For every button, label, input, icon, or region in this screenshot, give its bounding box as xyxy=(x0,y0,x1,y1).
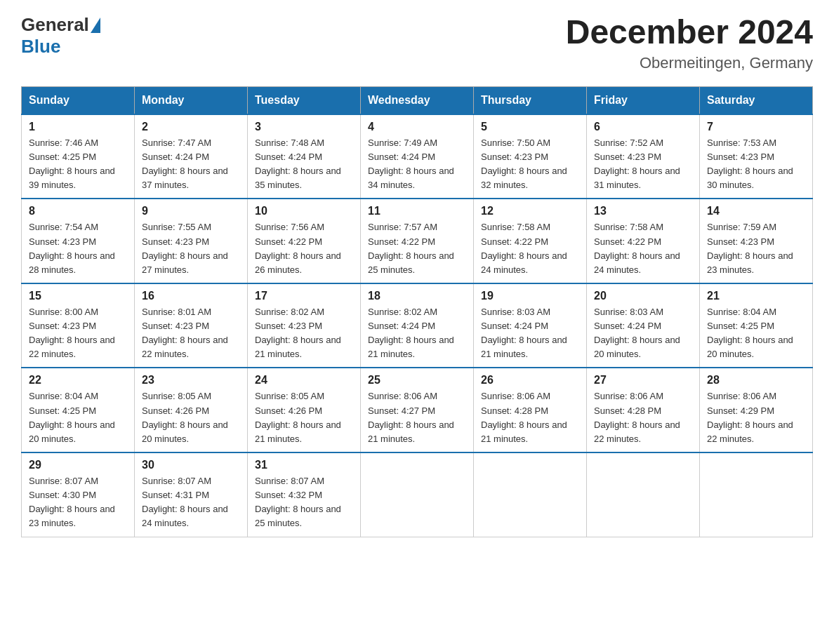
table-row: 14 Sunrise: 7:59 AMSunset: 4:23 PMDaylig… xyxy=(700,199,813,283)
calendar-week-row: 8 Sunrise: 7:54 AMSunset: 4:23 PMDayligh… xyxy=(22,199,813,283)
day-number: 21 xyxy=(707,290,805,302)
table-row: 30 Sunrise: 8:07 AMSunset: 4:31 PMDaylig… xyxy=(135,452,248,537)
day-number: 13 xyxy=(594,205,692,217)
day-number: 25 xyxy=(368,374,466,387)
day-number: 22 xyxy=(29,374,127,387)
day-number: 11 xyxy=(368,205,466,217)
day-number: 14 xyxy=(707,205,805,217)
table-row: 19 Sunrise: 8:03 AMSunset: 4:24 PMDaylig… xyxy=(474,283,587,368)
table-row: 8 Sunrise: 7:54 AMSunset: 4:23 PMDayligh… xyxy=(22,199,135,283)
day-number: 10 xyxy=(255,205,353,217)
day-number: 17 xyxy=(255,290,353,302)
day-info: Sunrise: 7:50 AMSunset: 4:23 PMDaylight:… xyxy=(481,136,579,193)
table-row: 6 Sunrise: 7:52 AMSunset: 4:23 PMDayligh… xyxy=(587,114,700,199)
day-number: 8 xyxy=(29,205,127,217)
table-row xyxy=(587,452,700,537)
header-sunday: Sunday xyxy=(22,86,135,114)
table-row: 4 Sunrise: 7:49 AMSunset: 4:24 PMDayligh… xyxy=(361,114,474,199)
table-row: 10 Sunrise: 7:56 AMSunset: 4:22 PMDaylig… xyxy=(248,199,361,283)
table-row: 27 Sunrise: 8:06 AMSunset: 4:28 PMDaylig… xyxy=(587,368,700,452)
table-row: 24 Sunrise: 8:05 AMSunset: 4:26 PMDaylig… xyxy=(248,368,361,452)
day-number: 26 xyxy=(481,374,579,387)
day-info: Sunrise: 7:55 AMSunset: 4:23 PMDaylight:… xyxy=(142,220,240,277)
day-info: Sunrise: 7:56 AMSunset: 4:22 PMDaylight:… xyxy=(255,220,353,277)
day-info: Sunrise: 7:53 AMSunset: 4:23 PMDaylight:… xyxy=(707,136,805,193)
header-monday: Monday xyxy=(135,86,248,114)
day-number: 28 xyxy=(707,374,805,387)
title-section: December 2024 Obermeitingen, Germany xyxy=(566,14,813,72)
day-info: Sunrise: 8:06 AMSunset: 4:27 PMDaylight:… xyxy=(368,389,466,446)
location-title: Obermeitingen, Germany xyxy=(566,54,813,72)
table-row: 28 Sunrise: 8:06 AMSunset: 4:29 PMDaylig… xyxy=(700,368,813,452)
day-number: 27 xyxy=(594,374,692,387)
table-row: 1 Sunrise: 7:46 AMSunset: 4:25 PMDayligh… xyxy=(22,114,135,199)
day-info: Sunrise: 7:57 AMSunset: 4:22 PMDaylight:… xyxy=(368,220,466,277)
header-saturday: Saturday xyxy=(700,86,813,114)
day-info: Sunrise: 7:59 AMSunset: 4:23 PMDaylight:… xyxy=(707,220,805,277)
day-info: Sunrise: 7:46 AMSunset: 4:25 PMDaylight:… xyxy=(29,136,127,193)
calendar-week-row: 29 Sunrise: 8:07 AMSunset: 4:30 PMDaylig… xyxy=(22,452,813,537)
day-number: 30 xyxy=(142,459,240,471)
day-number: 9 xyxy=(142,205,240,217)
table-row: 3 Sunrise: 7:48 AMSunset: 4:24 PMDayligh… xyxy=(248,114,361,199)
day-info: Sunrise: 8:03 AMSunset: 4:24 PMDaylight:… xyxy=(481,305,579,362)
table-row: 13 Sunrise: 7:58 AMSunset: 4:22 PMDaylig… xyxy=(587,199,700,283)
day-info: Sunrise: 7:47 AMSunset: 4:24 PMDaylight:… xyxy=(142,136,240,193)
day-info: Sunrise: 8:05 AMSunset: 4:26 PMDaylight:… xyxy=(142,389,240,446)
month-title: December 2024 xyxy=(566,14,813,51)
day-info: Sunrise: 7:54 AMSunset: 4:23 PMDaylight:… xyxy=(29,220,127,277)
day-number: 15 xyxy=(29,290,127,302)
day-info: Sunrise: 8:05 AMSunset: 4:26 PMDaylight:… xyxy=(255,389,353,446)
table-row: 17 Sunrise: 8:02 AMSunset: 4:23 PMDaylig… xyxy=(248,283,361,368)
table-row xyxy=(361,452,474,537)
day-info: Sunrise: 7:48 AMSunset: 4:24 PMDaylight:… xyxy=(255,136,353,193)
calendar-header-row: Sunday Monday Tuesday Wednesday Thursday… xyxy=(22,86,813,114)
table-row: 23 Sunrise: 8:05 AMSunset: 4:26 PMDaylig… xyxy=(135,368,248,452)
day-number: 29 xyxy=(29,459,127,471)
day-info: Sunrise: 7:52 AMSunset: 4:23 PMDaylight:… xyxy=(594,136,692,193)
table-row: 26 Sunrise: 8:06 AMSunset: 4:28 PMDaylig… xyxy=(474,368,587,452)
day-number: 20 xyxy=(594,290,692,302)
day-number: 3 xyxy=(255,121,353,133)
calendar-week-row: 22 Sunrise: 8:04 AMSunset: 4:25 PMDaylig… xyxy=(22,368,813,452)
table-row: 12 Sunrise: 7:58 AMSunset: 4:22 PMDaylig… xyxy=(474,199,587,283)
day-info: Sunrise: 8:03 AMSunset: 4:24 PMDaylight:… xyxy=(594,305,692,362)
table-row: 11 Sunrise: 7:57 AMSunset: 4:22 PMDaylig… xyxy=(361,199,474,283)
header-thursday: Thursday xyxy=(474,86,587,114)
day-number: 6 xyxy=(594,121,692,133)
logo-general-text: General xyxy=(21,14,89,36)
table-row: 21 Sunrise: 8:04 AMSunset: 4:25 PMDaylig… xyxy=(700,283,813,368)
day-number: 4 xyxy=(368,121,466,133)
calendar-table: Sunday Monday Tuesday Wednesday Thursday… xyxy=(21,86,813,537)
table-row: 16 Sunrise: 8:01 AMSunset: 4:23 PMDaylig… xyxy=(135,283,248,368)
table-row: 9 Sunrise: 7:55 AMSunset: 4:23 PMDayligh… xyxy=(135,199,248,283)
table-row: 5 Sunrise: 7:50 AMSunset: 4:23 PMDayligh… xyxy=(474,114,587,199)
day-number: 12 xyxy=(481,205,579,217)
day-info: Sunrise: 8:07 AMSunset: 4:30 PMDaylight:… xyxy=(29,474,127,531)
page-header: General Blue December 2024 Obermeitingen… xyxy=(21,14,813,72)
day-number: 24 xyxy=(255,374,353,387)
day-number: 2 xyxy=(142,121,240,133)
logo-blue-part xyxy=(89,18,102,33)
day-info: Sunrise: 8:02 AMSunset: 4:24 PMDaylight:… xyxy=(368,305,466,362)
day-number: 5 xyxy=(481,121,579,133)
day-info: Sunrise: 7:49 AMSunset: 4:24 PMDaylight:… xyxy=(368,136,466,193)
calendar-week-row: 15 Sunrise: 8:00 AMSunset: 4:23 PMDaylig… xyxy=(22,283,813,368)
day-number: 23 xyxy=(142,374,240,387)
table-row xyxy=(474,452,587,537)
table-row: 2 Sunrise: 7:47 AMSunset: 4:24 PMDayligh… xyxy=(135,114,248,199)
day-number: 7 xyxy=(707,121,805,133)
table-row: 25 Sunrise: 8:06 AMSunset: 4:27 PMDaylig… xyxy=(361,368,474,452)
logo-triangle-icon xyxy=(91,18,100,33)
day-info: Sunrise: 8:06 AMSunset: 4:28 PMDaylight:… xyxy=(481,389,579,446)
table-row: 22 Sunrise: 8:04 AMSunset: 4:25 PMDaylig… xyxy=(22,368,135,452)
day-info: Sunrise: 8:07 AMSunset: 4:32 PMDaylight:… xyxy=(255,474,353,531)
table-row: 7 Sunrise: 7:53 AMSunset: 4:23 PMDayligh… xyxy=(700,114,813,199)
header-tuesday: Tuesday xyxy=(248,86,361,114)
day-info: Sunrise: 7:58 AMSunset: 4:22 PMDaylight:… xyxy=(594,220,692,277)
table-row: 29 Sunrise: 8:07 AMSunset: 4:30 PMDaylig… xyxy=(22,452,135,537)
table-row: 18 Sunrise: 8:02 AMSunset: 4:24 PMDaylig… xyxy=(361,283,474,368)
header-wednesday: Wednesday xyxy=(361,86,474,114)
calendar-week-row: 1 Sunrise: 7:46 AMSunset: 4:25 PMDayligh… xyxy=(22,114,813,199)
day-info: Sunrise: 8:01 AMSunset: 4:23 PMDaylight:… xyxy=(142,305,240,362)
